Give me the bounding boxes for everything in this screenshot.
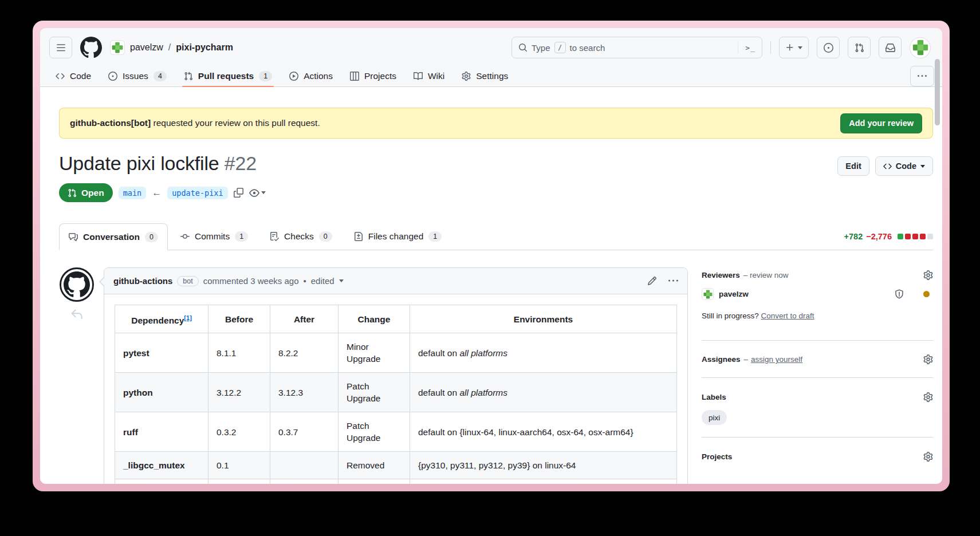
comment-card: github-actions bot commented 3 weeks ago… xyxy=(104,267,688,484)
pencil-icon xyxy=(647,276,657,286)
nav-tab-code[interactable]: Code xyxy=(48,66,99,86)
copy-icon xyxy=(234,188,243,198)
github-logo[interactable] xyxy=(80,37,102,58)
projects-gear-button[interactable] xyxy=(923,452,933,462)
still-in-progress-label: Still in progress? xyxy=(702,312,759,320)
head-branch-label[interactable]: update-pixi xyxy=(167,187,227,199)
book-icon xyxy=(414,72,423,81)
assignees-gear-button[interactable] xyxy=(923,354,933,364)
sidebar-divider xyxy=(702,377,933,378)
reviewers-subtitle: – review now xyxy=(743,271,789,279)
bot-badge: bot xyxy=(177,276,198,286)
sidebar-divider xyxy=(702,437,933,438)
issues-counter: 4 xyxy=(154,71,167,81)
labels-title: Labels xyxy=(702,393,726,401)
cell-after xyxy=(270,452,339,479)
base-branch-label[interactable]: main xyxy=(119,187,147,199)
convert-to-draft-link[interactable]: Convert to draft xyxy=(761,312,814,320)
hamburger-menu-button[interactable] xyxy=(49,37,72,58)
diff-deletions: −2,776 xyxy=(866,232,892,241)
breadcrumb-owner[interactable]: pavelzw xyxy=(130,42,163,53)
col-change: Change xyxy=(339,305,410,333)
pr-actions: Edit Code xyxy=(837,156,933,176)
nav-overflow-button[interactable] xyxy=(910,66,934,86)
pixi-avatar-icon xyxy=(703,290,713,299)
files-changed-counter: 1 xyxy=(428,231,442,242)
slash-key-icon: / xyxy=(554,42,566,53)
comment-body: Dependency[1] Before After Change Enviro… xyxy=(104,294,687,484)
inbox-button[interactable] xyxy=(879,37,902,58)
comment-author[interactable]: github-actions xyxy=(113,276,172,286)
conversation-content: github-actions bot commented 3 weeks ago… xyxy=(59,267,933,484)
create-new-button[interactable] xyxy=(779,37,809,58)
nav-tab-actions[interactable]: Actions xyxy=(282,66,340,86)
edit-button[interactable]: Edit xyxy=(837,156,869,176)
edited-label[interactable]: edited xyxy=(311,276,334,286)
tab-checks[interactable]: Checks 0 xyxy=(261,223,341,250)
pr-state-label: Open xyxy=(81,188,104,198)
main-content: github-actions[bot] requested your revie… xyxy=(40,87,942,484)
command-palette-icon[interactable]: >_ xyxy=(738,42,755,54)
assignees-dash: – xyxy=(744,355,749,364)
review-requested-banner: github-actions[bot] requested your revie… xyxy=(59,108,933,139)
gear-icon xyxy=(923,452,933,462)
assign-yourself-link[interactable]: assign yourself xyxy=(751,355,802,364)
issue-opened-icon xyxy=(108,72,117,81)
copy-branch-button[interactable] xyxy=(234,188,243,198)
nav-tab-projects[interactable]: Projects xyxy=(343,66,404,86)
table-row: pytest 8.1.1 8.2.2 Minor Upgrade default… xyxy=(115,333,677,373)
cell-after: 3.12.3 xyxy=(270,373,339,412)
nav-tab-wiki[interactable]: Wiki xyxy=(406,66,452,86)
breadcrumb-repo[interactable]: pixi-pycharm xyxy=(176,42,233,53)
reviewer-name[interactable]: pavelzw xyxy=(719,290,749,298)
cell-environments: default on all platforms xyxy=(410,373,677,412)
search-placeholder-pre: Type xyxy=(532,43,550,53)
commits-counter: 1 xyxy=(235,231,248,242)
code-dropdown-button[interactable]: Code xyxy=(875,156,933,176)
git-pull-request-icon xyxy=(184,72,193,81)
labels-gear-button[interactable] xyxy=(923,392,933,402)
watch-dropdown-button[interactable] xyxy=(249,188,266,198)
conversation-counter: 0 xyxy=(145,232,158,242)
pull-requests-header-button[interactable] xyxy=(848,37,871,58)
reviewers-section-header: Reviewers – review now xyxy=(702,270,933,280)
cell-dependency: python xyxy=(115,373,208,412)
github-page: pavelzw / pixi-pycharm Type / to search … xyxy=(40,28,942,484)
sidebar: Reviewers – review now pavelzw xyxy=(702,267,933,462)
file-diff-icon xyxy=(354,232,363,241)
add-your-review-button[interactable]: Add your review xyxy=(840,113,922,133)
comment-options-button[interactable] xyxy=(668,276,678,286)
reviewers-gear-button[interactable] xyxy=(923,270,933,280)
cell-dependency: ruff xyxy=(115,412,208,452)
repo-owner-avatar[interactable] xyxy=(110,40,125,55)
nav-tab-label: Settings xyxy=(476,71,508,81)
nav-tab-label: Issues xyxy=(123,71,148,81)
issues-header-button[interactable] xyxy=(817,37,840,58)
nav-tab-pull-requests[interactable]: Pull requests 1 xyxy=(176,66,280,86)
search-input[interactable]: Type / to search >_ xyxy=(511,37,762,58)
nav-tab-label: Wiki xyxy=(428,71,444,81)
nav-tab-issues[interactable]: Issues 4 xyxy=(101,66,174,86)
comment-author-avatar[interactable] xyxy=(60,267,94,302)
gear-icon xyxy=(923,392,933,402)
meta-dot: • xyxy=(303,276,306,286)
label-pixi[interactable]: pixi xyxy=(702,410,727,425)
cell-before: 8.1.1 xyxy=(208,333,270,373)
pr-title-text: Update pixi lockfile xyxy=(59,152,219,174)
edit-comment-button[interactable] xyxy=(647,276,657,286)
footnote-link[interactable]: [1] xyxy=(184,314,191,321)
tab-files-changed[interactable]: Files changed 1 xyxy=(345,223,451,250)
tab-conversation[interactable]: Conversation 0 xyxy=(59,223,168,250)
git-pull-request-icon xyxy=(855,43,864,53)
reviewer-avatar[interactable] xyxy=(702,288,714,300)
nav-tab-settings[interactable]: Settings xyxy=(454,66,515,86)
comment-tools xyxy=(647,276,678,286)
col-dependency: Dependency[1] xyxy=(115,305,208,333)
git-pull-request-icon xyxy=(68,188,77,198)
shield-icon xyxy=(894,289,904,299)
user-avatar[interactable] xyxy=(910,37,931,58)
tab-commits[interactable]: Commits 1 xyxy=(171,223,257,250)
nav-tab-label: Actions xyxy=(304,71,333,81)
gear-icon xyxy=(923,270,933,280)
scrollbar-thumb[interactable] xyxy=(935,59,940,125)
